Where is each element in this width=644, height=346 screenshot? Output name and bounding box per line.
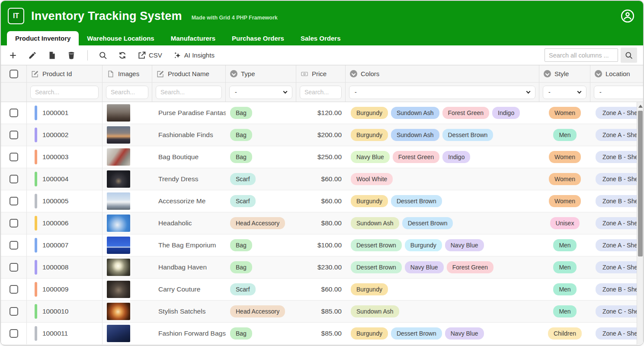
- product-id: 1000003: [42, 153, 68, 161]
- row-checkbox[interactable]: [10, 153, 18, 161]
- tab-sales-orders[interactable]: Sales Orders: [292, 31, 349, 45]
- filter-select-location[interactable]: -: [594, 86, 643, 99]
- refresh-button[interactable]: [118, 51, 127, 60]
- row-checkbox[interactable]: [10, 175, 18, 183]
- column-header-images[interactable]: Images: [103, 65, 152, 82]
- scroll-up-arrow-icon[interactable]: [637, 102, 643, 110]
- toolbar: CSVAI Insights: [1, 45, 643, 65]
- color-badge: Navy Blue: [445, 327, 484, 340]
- delete-button[interactable]: [67, 51, 76, 60]
- table-row[interactable]: 1000008Handbag HavenBag$230.00Dessert Br…: [1, 256, 643, 279]
- product-id: 1000006: [42, 219, 68, 227]
- product-name: Handbag Haven: [152, 256, 226, 278]
- style-badge: Men: [553, 283, 576, 295]
- filter-input-price[interactable]: [300, 86, 342, 99]
- table-row[interactable]: 1000010Stylish SatchelsHead Accessory$85…: [1, 301, 643, 323]
- filter-select-style[interactable]: -: [543, 86, 586, 99]
- row-checkbox[interactable]: [10, 329, 18, 338]
- column-header-price[interactable]: Price: [296, 65, 346, 82]
- price-value: $60.00: [296, 279, 346, 300]
- row-checkbox[interactable]: [10, 219, 18, 227]
- color-badge: Burgundy: [351, 129, 388, 141]
- product-id: 1000004: [42, 175, 68, 183]
- row-checkbox[interactable]: [10, 109, 18, 117]
- global-search-go-button[interactable]: [621, 48, 637, 63]
- tab-purchase-orders[interactable]: Purchase Orders: [224, 31, 292, 45]
- column-header-name[interactable]: Product Name: [152, 65, 226, 82]
- filter-select-type[interactable]: -: [229, 86, 292, 99]
- color-badge: Sundown Ash: [351, 217, 399, 229]
- add-button[interactable]: [9, 51, 17, 60]
- location-badge: Zone A - Shelf: [596, 327, 643, 340]
- foggy-forest-photo[interactable]: [107, 104, 130, 122]
- scrollbar-thumb[interactable]: [638, 111, 643, 256]
- style-badge: Unisex: [550, 217, 580, 229]
- app-subtitle: Made with Grid 4 PHP Framework: [192, 15, 278, 21]
- type-badge: Scarf: [230, 195, 256, 207]
- sunset-water-photo[interactable]: [107, 126, 130, 144]
- column-header-id[interactable]: Product Id: [27, 65, 103, 82]
- column-header-style[interactable]: Style: [539, 65, 590, 82]
- tab-product-inventory[interactable]: Product Inventory: [7, 31, 79, 45]
- fire-spiral-photo[interactable]: [107, 303, 130, 320]
- filter-input-name[interactable]: [156, 86, 222, 99]
- select-all-checkbox[interactable]: [10, 70, 18, 78]
- table-row[interactable]: 1000002Fashionable FindsBag$200.00Burgun…: [1, 124, 643, 146]
- table-row[interactable]: 1000003Bag BoutiqueBag$250.00Navy BlueFo…: [1, 146, 643, 168]
- vertical-scrollbar[interactable]: [637, 102, 643, 345]
- mountain-photo[interactable]: [107, 192, 130, 210]
- skylight-photo[interactable]: [107, 259, 130, 276]
- product-name: Headaholic: [152, 212, 226, 234]
- ceiling-photo[interactable]: [107, 281, 130, 298]
- table-row[interactable]: 1000007The Bag EmporiumBag$100.00Dessert…: [1, 234, 643, 256]
- style-badge: Men: [553, 305, 576, 317]
- row-checkbox[interactable]: [10, 307, 18, 316]
- column-header-location[interactable]: Location: [590, 65, 643, 82]
- column-header-colors[interactable]: Colors: [346, 65, 539, 82]
- global-search-input[interactable]: [545, 48, 618, 62]
- color-badge: Indigo: [492, 107, 520, 119]
- search-button[interactable]: [99, 51, 107, 60]
- row-checkbox[interactable]: [10, 197, 18, 205]
- row-checkbox[interactable]: [10, 263, 18, 272]
- row-checkbox[interactable]: [10, 131, 18, 139]
- user-profile-icon[interactable]: [620, 8, 635, 24]
- tab-manufacturers[interactable]: Manufacturers: [163, 31, 224, 45]
- night-sky-photo[interactable]: [107, 325, 130, 342]
- style-badge: Men: [553, 129, 576, 141]
- table-row[interactable]: 1000011Fashion Forward BagsBag$85.00Burg…: [1, 323, 643, 345]
- table-row[interactable]: 1000006HeadaholicHead Accessory$80.00Sun…: [1, 212, 643, 234]
- row-checkbox[interactable]: [10, 241, 18, 250]
- table-row[interactable]: 1000005Accessorize MeScarf$60.00Burgundy…: [1, 190, 643, 212]
- night-pier-photo[interactable]: [107, 170, 130, 188]
- price-value: $60.00: [296, 168, 346, 190]
- trash-icon: [67, 51, 76, 60]
- location-badge: Zone A - Shelf: [596, 217, 643, 229]
- export-csv-button-label: CSV: [149, 51, 162, 59]
- table-row[interactable]: 1000004Trendy DressScarf$60.00Wool White…: [1, 168, 643, 190]
- ferris-wheel-photo[interactable]: [107, 215, 130, 232]
- color-badge: Navy Blue: [405, 261, 444, 273]
- ocean-photo[interactable]: [107, 237, 130, 254]
- filter-select-colors[interactable]: -: [349, 86, 535, 99]
- global-search: [545, 48, 637, 63]
- export-csv-button[interactable]: CSV: [138, 51, 162, 60]
- edit-icon: [157, 70, 164, 78]
- location-badge: Zone A - Shelf: [596, 239, 643, 251]
- filter-input-images[interactable]: [106, 86, 148, 99]
- street-art-photo[interactable]: [107, 148, 130, 166]
- chevron-circle-icon: [350, 70, 357, 77]
- column-header-type[interactable]: Type: [226, 65, 296, 82]
- tab-warehouse-locations[interactable]: Warehouse Locations: [79, 31, 162, 45]
- edit-button[interactable]: [28, 51, 37, 60]
- filter-input-id[interactable]: [30, 86, 99, 99]
- style-badge: Women: [549, 107, 581, 119]
- clone-button[interactable]: [48, 51, 56, 60]
- row-checkbox[interactable]: [10, 285, 18, 294]
- product-name: Accessorize Me: [152, 190, 226, 212]
- table-row[interactable]: 1000009Carry CoutureScarf$60.00BurgundyM…: [1, 279, 643, 301]
- id-color-bar: [35, 326, 37, 341]
- color-badge: Indigo: [442, 151, 470, 163]
- ai-insights-button[interactable]: AI Insights: [173, 51, 215, 60]
- table-row[interactable]: 1000001Purse Paradise FantasyBag$120.00B…: [1, 102, 643, 124]
